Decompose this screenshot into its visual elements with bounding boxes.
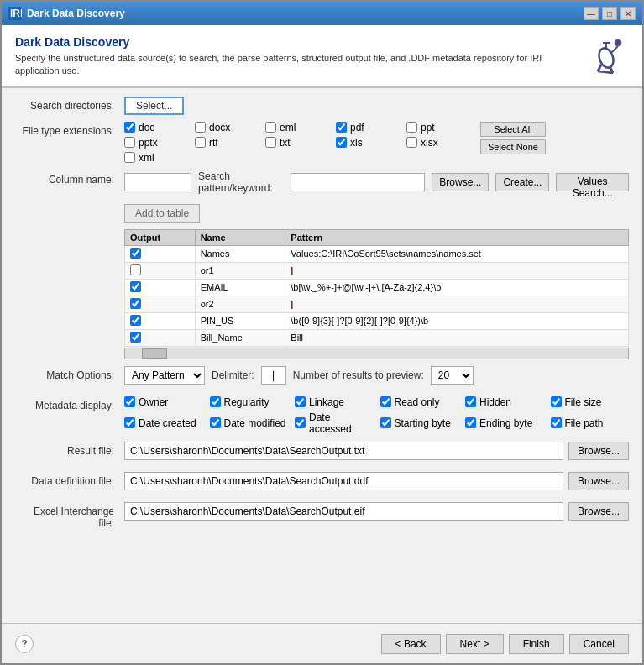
row4-output-checkbox[interactable]	[130, 298, 141, 309]
meta-startingbyte-label: Starting byte	[395, 417, 451, 429]
metadata-display-label: Metadata display:	[15, 396, 124, 411]
ext-rtf-label: rtf	[209, 137, 218, 149]
meta-regularity: Regularity	[210, 396, 289, 408]
meta-datecreated-label: Date created	[139, 417, 196, 429]
results-count-select[interactable]: 10 20 50 100	[431, 366, 474, 385]
help-button[interactable]: ?	[15, 635, 34, 653]
ext-doc-checkbox[interactable]	[124, 122, 135, 133]
ext-doc: doc	[124, 122, 191, 134]
meta-filesize-checkbox[interactable]	[551, 396, 562, 407]
table-row: Names Values:C:\IRI\CoSort95\sets\names\…	[125, 245, 629, 262]
header-text: Dark Data Discovery Specify the unstruct…	[15, 35, 587, 78]
ext-xlsx-checkbox[interactable]	[406, 137, 417, 148]
delimiter-input[interactable]	[261, 366, 286, 385]
meta-filepath-label: File path	[565, 417, 604, 429]
meta-dateaccessed-checkbox[interactable]	[295, 417, 306, 428]
col-output: Output	[125, 229, 196, 245]
pattern-create-button[interactable]: Create...	[495, 173, 549, 191]
ext-docx-checkbox[interactable]	[195, 122, 206, 133]
excel-interchange-browse-button[interactable]: Browse...	[568, 502, 629, 521]
close-button[interactable]: ✕	[620, 7, 636, 20]
minimize-button[interactable]: —	[584, 7, 599, 20]
ext-txt-checkbox[interactable]	[265, 137, 276, 148]
ext-xls-checkbox[interactable]	[336, 137, 347, 148]
ext-rtf: rtf	[195, 137, 262, 149]
col-name: Name	[195, 229, 285, 245]
select-all-button[interactable]: Select All	[480, 122, 546, 137]
meta-date-accessed: Date accessed	[295, 411, 374, 435]
maximize-button[interactable]: □	[602, 7, 617, 20]
excel-interchange-file-label: Excel Interchange file:	[15, 502, 124, 529]
meta-datecreated-checkbox[interactable]	[124, 417, 135, 428]
ext-xlsx: xlsx	[406, 137, 474, 149]
meta-owner: Owner	[124, 396, 203, 408]
meta-dateaccessed-label: Date accessed	[309, 411, 374, 435]
data-definition-file-content: Browse...	[124, 472, 629, 495]
meta-datemodified-checkbox[interactable]	[210, 417, 221, 428]
search-directories-content: Select...	[124, 97, 629, 115]
data-definition-browse-button[interactable]: Browse...	[568, 472, 629, 490]
meta-ending-byte: Ending byte	[465, 411, 544, 435]
match-options-content: Any Pattern All Patterns First Pattern D…	[124, 366, 629, 390]
search-pattern-input[interactable]	[291, 173, 425, 191]
meta-startingbyte-checkbox[interactable]	[380, 417, 391, 428]
meta-linkage: Linkage	[295, 396, 374, 408]
meta-endingbyte-checkbox[interactable]	[465, 417, 476, 428]
match-options-controls: Any Pattern All Patterns First Pattern D…	[124, 366, 629, 385]
title-bar: IRI Dark Data Discovery — □ ✕	[2, 2, 642, 25]
scroll-thumb[interactable]	[142, 348, 167, 359]
horizontal-scrollbar[interactable]	[124, 348, 629, 359]
meta-linkage-label: Linkage	[309, 396, 344, 408]
row5-output-checkbox[interactable]	[130, 315, 141, 326]
meta-date-created: Date created	[124, 411, 203, 435]
extensions-grid: doc docx eml pdf	[124, 122, 474, 164]
meta-filesize-label: File size	[565, 396, 602, 408]
ext-pptx-checkbox[interactable]	[124, 137, 135, 148]
data-definition-file-input[interactable]	[124, 472, 563, 490]
row-pattern-cell: Values:C:\IRI\CoSort95\sets\names\names.…	[285, 245, 629, 262]
pattern-browse-button[interactable]: Browse...	[432, 173, 489, 191]
ext-eml-checkbox[interactable]	[265, 122, 276, 133]
col-pattern: Pattern	[285, 229, 629, 245]
excel-interchange-file-content: Browse...	[124, 502, 629, 526]
finish-button[interactable]: Finish	[509, 634, 564, 654]
select-none-button[interactable]: Select None	[480, 139, 546, 154]
meta-date-modified: Date modified	[210, 411, 289, 435]
meta-owner-checkbox[interactable]	[124, 396, 135, 407]
column-name-input[interactable]	[124, 173, 191, 191]
meta-regularity-checkbox[interactable]	[210, 396, 221, 407]
back-button[interactable]: < Back	[381, 634, 441, 654]
ext-pdf-checkbox[interactable]	[336, 122, 347, 133]
excel-interchange-file-input[interactable]	[124, 502, 563, 521]
cancel-button[interactable]: Cancel	[569, 634, 629, 654]
values-search-button[interactable]: Values Search...	[556, 173, 629, 191]
excel-interchange-file-row: Excel Interchange file: Browse...	[15, 502, 629, 529]
ext-xml-label: xml	[139, 152, 154, 164]
table-scroll-container: Output Name Pattern Names Values:C:\IRI\…	[124, 229, 629, 359]
meta-readonly-checkbox[interactable]	[380, 396, 391, 407]
next-button[interactable]: Next >	[446, 634, 504, 654]
match-pattern-select[interactable]: Any Pattern All Patterns First Pattern	[124, 366, 205, 385]
result-file-browse-button[interactable]: Browse...	[568, 442, 629, 460]
add-to-table-button[interactable]: Add to table	[124, 204, 200, 223]
row6-output-checkbox[interactable]	[130, 332, 141, 343]
metadata-display-content: Owner Regularity Linkage Read only	[124, 396, 629, 435]
ext-rtf-checkbox[interactable]	[195, 137, 206, 148]
column-name-controls: Search pattern/keyword: Browse... Create…	[124, 170, 629, 194]
row2-output-checkbox[interactable]	[130, 264, 141, 275]
meta-linkage-checkbox[interactable]	[295, 396, 306, 407]
ext-xml: xml	[124, 152, 191, 164]
meta-hidden-checkbox[interactable]	[465, 396, 476, 407]
meta-filepath-checkbox[interactable]	[551, 417, 562, 428]
column-name-content: Search pattern/keyword: Browse... Create…	[124, 170, 629, 194]
row3-output-checkbox[interactable]	[130, 281, 141, 292]
row1-output-checkbox[interactable]	[130, 248, 141, 259]
svg-point-2	[615, 39, 621, 46]
result-file-input[interactable]	[124, 442, 563, 460]
column-name-label: Column name:	[15, 170, 124, 186]
ext-ppt-checkbox[interactable]	[406, 122, 417, 133]
row-name-cell: Names	[195, 245, 285, 262]
select-directories-button[interactable]: Select...	[124, 97, 184, 115]
file-type-label: File type extensions:	[15, 122, 124, 137]
ext-xml-checkbox[interactable]	[124, 152, 135, 163]
